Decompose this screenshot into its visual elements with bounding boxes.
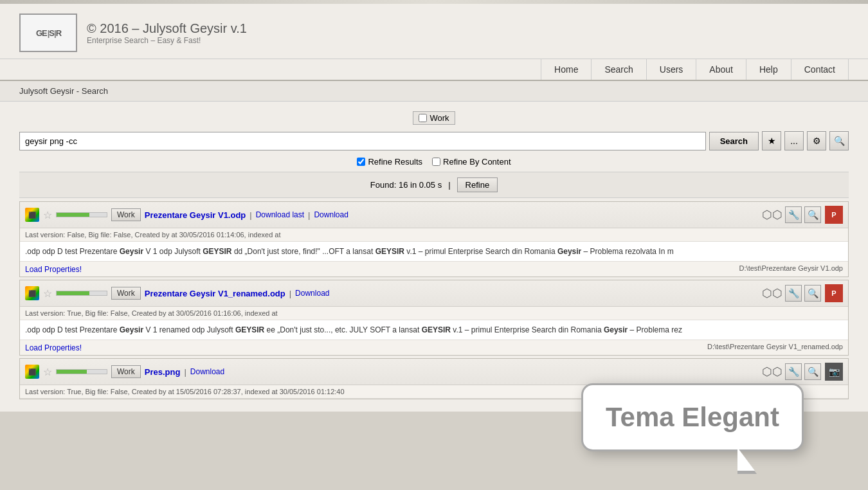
network-icon-3: ⬡⬡	[762, 365, 782, 379]
result-preview-1: .odp odp D test Prezentare Geysir V 1 od…	[20, 242, 848, 261]
table-row: ⬛ ☆ Work Prezentare Geysir V1.odp | Down…	[19, 201, 849, 277]
file-type-icon-1: ⬛	[25, 208, 39, 222]
results-separator: |	[448, 180, 450, 190]
meta-text-3: Last version: True, Big file: False, Cre…	[25, 388, 167, 395]
nav-users[interactable]: Users	[646, 59, 696, 80]
network-icon-2: ⬡⬡	[762, 286, 782, 300]
nav-help[interactable]: Help	[746, 59, 791, 80]
work-label-text: Work	[429, 113, 449, 123]
work-checkbox-label[interactable]: Work	[413, 111, 455, 125]
nav-search[interactable]: Search	[591, 59, 646, 80]
refine-row: Refine Results Refine By Content	[19, 157, 849, 167]
file-type-icon-3: ⬛	[25, 365, 39, 379]
star-icon-3[interactable]: ☆	[43, 366, 52, 378]
result-meta-2: Last version: True, Big file: False, Cre…	[20, 307, 848, 320]
download-last-link-1[interactable]: Download last	[256, 210, 304, 219]
download-link-2[interactable]: Download	[295, 289, 329, 298]
tooltip-text: Tema Elegant	[606, 402, 779, 412]
network-icon-1: ⬡⬡	[762, 208, 782, 222]
file-path-1: D:\test\Prezentare Geysir V1.odp	[739, 264, 843, 272]
logo-image: GE | S | R	[19, 14, 77, 52]
action-icons-3: ⬡⬡ 🔧 🔍	[762, 363, 821, 380]
download-link-3[interactable]: Download	[190, 367, 224, 376]
wrench-button-1[interactable]: 🔧	[785, 206, 802, 223]
file-link-3[interactable]: Pres.png	[145, 367, 181, 377]
work-badge-2[interactable]: Work	[111, 287, 141, 300]
progress-bar-2	[56, 291, 107, 296]
file-type-icon-2: ⬛	[25, 286, 39, 300]
results-section: ⬛ ☆ Work Prezentare Geysir V1.odp | Down…	[19, 201, 849, 399]
search-row: Search ★ ... ⚙ 🔍	[19, 131, 849, 150]
result-meta-1: Last version: False, Big file: False, Cr…	[20, 228, 848, 242]
progress-bar-3	[56, 369, 107, 374]
ppt-icon-1: P	[825, 206, 843, 224]
refine-button[interactable]: Refine	[457, 177, 498, 192]
nav-home[interactable]: Home	[541, 59, 591, 80]
header: GE | S | R © 2016 – Julysoft Geysir v.1 …	[0, 4, 868, 59]
found-text: Found: 16 in 0.05 s	[370, 180, 442, 190]
refine-results-label[interactable]: Refine Results	[357, 157, 422, 167]
progress-fill-3	[57, 370, 87, 374]
action-icons-1: ⬡⬡ 🔧 🔍	[762, 206, 821, 223]
result-header-1: ⬛ ☆ Work Prezentare Geysir V1.odp | Down…	[20, 202, 848, 228]
ppt-icon-2: P	[825, 284, 843, 302]
logo-area: GE | S | R © 2016 – Julysoft Geysir v.1 …	[19, 14, 247, 52]
result-header-2: ⬛ ☆ Work Prezentare Geysir V1_renamed.od…	[20, 280, 848, 307]
file-link-2[interactable]: Prezentare Geysir V1_renamed.odp	[145, 289, 285, 298]
meta-text-2: Last version: True, Big file: False, Cre…	[25, 309, 167, 317]
progress-fill-1	[57, 213, 89, 217]
progress-bar-1	[56, 212, 107, 217]
refine-by-content-text: Refine By Content	[443, 157, 511, 167]
star-icon-2[interactable]: ☆	[43, 287, 52, 300]
app-title: © 2016 – Julysoft Geysir v.1	[87, 21, 247, 36]
preview-button-3[interactable]: 🔍	[804, 363, 821, 380]
wrench-button-3[interactable]: 🔧	[785, 363, 802, 380]
meta-date-2: at 30/05/2016 01:16:06, indexed at	[168, 309, 278, 317]
breadcrumb: Julysoft Geysir - Search	[0, 81, 868, 102]
preview-button-2[interactable]: 🔍	[804, 285, 821, 302]
app-subtitle: Enterprise Search – Easy & Fast!	[87, 36, 247, 45]
meta-text-1: Last version: False, Big file: False, Cr…	[25, 231, 169, 239]
work-badge-1[interactable]: Work	[111, 208, 141, 221]
load-props-link-1[interactable]: Load Properties!	[25, 265, 82, 274]
star-icon-1[interactable]: ☆	[43, 209, 52, 221]
file-path-2: D:\test\Prezentare Geysir V1_renamed.odp	[707, 343, 843, 350]
results-bar: Found: 16 in 0.05 s | Refine	[19, 172, 849, 198]
load-props-link-2[interactable]: Load Properties!	[25, 343, 82, 352]
nav-about[interactable]: About	[696, 59, 746, 80]
logo-text-area: © 2016 – Julysoft Geysir v.1 Enterprise …	[87, 21, 247, 45]
refine-results-text: Refine Results	[368, 157, 422, 167]
camera-icon-3: 📷	[825, 363, 843, 381]
nav-bar: Home Search Users About Help Contact	[0, 59, 868, 81]
progress-fill-2	[57, 291, 89, 295]
favorites-button[interactable]: ★	[762, 131, 781, 150]
tooltip-bubble: Tema Elegant	[581, 383, 804, 412]
meta-date-3: at 15/05/2016 07:28:37, indexed at 30/05…	[168, 388, 345, 395]
main-content: Work Search ★ ... ⚙ 🔍 Refine Results Ref…	[0, 102, 868, 412]
file-link-1[interactable]: Prezentare Geysir V1.odp	[145, 210, 246, 220]
more-button[interactable]: ...	[784, 131, 804, 150]
nav-contact[interactable]: Contact	[791, 59, 849, 80]
preview-button-1[interactable]: 🔍	[804, 206, 821, 223]
search-button[interactable]: Search	[709, 132, 759, 150]
work-checkbox[interactable]	[419, 114, 427, 122]
work-badge-3[interactable]: Work	[111, 365, 141, 378]
result-footer-2: Load Properties! D:\test\Prezentare Geys…	[20, 340, 848, 355]
refine-results-checkbox[interactable]	[357, 158, 365, 166]
result-header-3: ⬛ ☆ Work Pres.png | Download ⬡⬡ 🔧 🔍 📷	[20, 359, 848, 385]
tooltip-overlay: Tema Elegant	[581, 383, 804, 412]
work-checkbox-row: Work	[19, 111, 849, 125]
refine-by-content-checkbox[interactable]	[432, 158, 440, 166]
wrench-button-2[interactable]: 🔧	[785, 285, 802, 302]
search-icon-button[interactable]: 🔍	[829, 131, 849, 150]
meta-date-1: at 30/05/2016 01:14:06, indexed at	[171, 231, 280, 239]
download-link-1[interactable]: Download	[314, 210, 348, 219]
tools-button[interactable]: ⚙	[807, 131, 826, 150]
table-row: ⬛ ☆ Work Prezentare Geysir V1_renamed.od…	[19, 280, 849, 356]
result-preview-2: .odp odp D test Prezentare Geysir V 1 re…	[20, 320, 848, 340]
refine-by-content-label[interactable]: Refine By Content	[432, 157, 511, 167]
search-input[interactable]	[19, 132, 706, 150]
action-icons-2: ⬡⬡ 🔧 🔍	[762, 285, 821, 302]
result-footer-1: Load Properties! D:\test\Prezentare Geys…	[20, 261, 848, 277]
